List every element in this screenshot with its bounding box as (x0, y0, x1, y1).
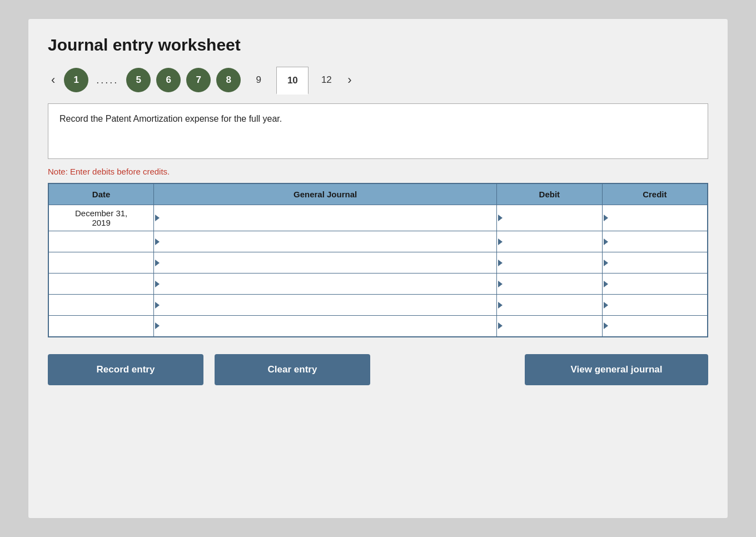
date-cell-5 (48, 295, 154, 316)
credit-cell-2[interactable] (602, 231, 708, 252)
credit-input-4[interactable] (603, 274, 707, 294)
triangle-indicator (155, 302, 160, 309)
journal-cell-1[interactable] (154, 205, 497, 231)
debit-cell-4[interactable] (496, 274, 602, 295)
journal-cell-6[interactable] (154, 316, 497, 337)
triangle-indicator (498, 281, 503, 287)
triangle-indicator (604, 322, 608, 329)
credit-input-2[interactable] (603, 231, 707, 252)
debit-cell-2[interactable] (496, 231, 602, 252)
triangle-indicator (604, 302, 608, 309)
journal-input-1[interactable] (154, 205, 496, 231)
triangle-indicator (498, 260, 503, 266)
table-row: December 31,2019 (48, 205, 708, 231)
debit-input-4[interactable] (497, 274, 602, 294)
table-row (48, 252, 708, 274)
table-row (48, 274, 708, 295)
triangle-indicator (155, 322, 160, 329)
debit-cell-3[interactable] (496, 252, 602, 274)
triangle-indicator (604, 260, 608, 266)
view-general-journal-button[interactable]: View general journal (525, 354, 708, 385)
journal-input-3[interactable] (154, 252, 496, 273)
journal-cell-5[interactable] (154, 295, 497, 316)
page-title: Journal entry worksheet (48, 36, 708, 54)
prev-arrow[interactable]: ‹ (48, 72, 58, 88)
col-header-credit: Credit (602, 183, 708, 205)
button-row: Record entry Clear entry View general jo… (48, 354, 708, 385)
nav-item-12[interactable]: 12 (314, 68, 339, 92)
credit-cell-3[interactable] (602, 252, 708, 274)
triangle-indicator (604, 215, 608, 221)
debit-cell-6[interactable] (496, 316, 602, 337)
table-row (48, 316, 708, 337)
debit-cell-1[interactable] (496, 205, 602, 231)
note-text: Note: Enter debits before credits. (48, 167, 708, 176)
nav-item-5[interactable]: 5 (126, 68, 151, 92)
triangle-indicator (604, 281, 608, 287)
instruction-text: Record the Patent Amortization expense f… (59, 114, 282, 123)
col-header-date: Date (48, 183, 154, 205)
journal-cell-2[interactable] (154, 231, 497, 252)
credit-cell-6[interactable] (602, 316, 708, 337)
date-cell-3 (48, 252, 154, 274)
credit-input-6[interactable] (603, 316, 707, 336)
triangle-indicator (155, 260, 160, 266)
journal-input-6[interactable] (154, 316, 496, 336)
table-row (48, 231, 708, 252)
debit-input-3[interactable] (497, 252, 602, 273)
triangle-indicator (498, 238, 503, 245)
journal-input-2[interactable] (154, 231, 496, 252)
col-header-journal: General Journal (154, 183, 497, 205)
debit-cell-5[interactable] (496, 295, 602, 316)
main-container: Journal entry worksheet ‹ 1 ..... 5 6 7 … (28, 18, 728, 519)
journal-cell-3[interactable] (154, 252, 497, 274)
triangle-indicator (498, 302, 503, 309)
col-header-debit: Debit (496, 183, 602, 205)
nav-row: ‹ 1 ..... 5 6 7 8 9 10 12 › (48, 67, 708, 93)
credit-cell-4[interactable] (602, 274, 708, 295)
nav-item-1[interactable]: 1 (64, 68, 88, 92)
date-cell-4 (48, 274, 154, 295)
triangle-indicator (155, 238, 160, 245)
date-cell-6 (48, 316, 154, 337)
nav-item-8[interactable]: 8 (216, 68, 241, 92)
nav-item-6[interactable]: 6 (156, 68, 181, 92)
nav-item-9[interactable]: 9 (246, 68, 271, 92)
credit-input-5[interactable] (603, 295, 707, 315)
nav-item-10-active[interactable]: 10 (276, 67, 309, 95)
triangle-indicator (498, 215, 503, 221)
nav-dots: ..... (96, 74, 118, 86)
credit-input-1[interactable] (603, 205, 707, 231)
journal-input-5[interactable] (154, 295, 496, 315)
instruction-box: Record the Patent Amortization expense f… (48, 103, 708, 159)
nav-item-7[interactable]: 7 (186, 68, 211, 92)
debit-input-1[interactable] (497, 205, 602, 231)
credit-cell-5[interactable] (602, 295, 708, 316)
credit-cell-1[interactable] (602, 205, 708, 231)
journal-cell-4[interactable] (154, 274, 497, 295)
triangle-indicator (498, 322, 503, 329)
record-entry-button[interactable]: Record entry (48, 354, 203, 385)
triangle-indicator (155, 281, 160, 287)
next-arrow[interactable]: › (344, 72, 355, 88)
debit-input-2[interactable] (497, 231, 602, 252)
table-row (48, 295, 708, 316)
journal-table: Date General Journal Debit Credit Decemb… (48, 183, 708, 337)
triangle-indicator (604, 238, 608, 245)
debit-input-6[interactable] (497, 316, 602, 336)
clear-entry-button[interactable]: Clear entry (215, 354, 370, 385)
journal-input-4[interactable] (154, 274, 496, 294)
debit-input-5[interactable] (497, 295, 602, 315)
date-cell-2 (48, 231, 154, 252)
date-cell-1: December 31,2019 (48, 205, 154, 231)
triangle-indicator (155, 215, 160, 221)
credit-input-3[interactable] (603, 252, 707, 273)
